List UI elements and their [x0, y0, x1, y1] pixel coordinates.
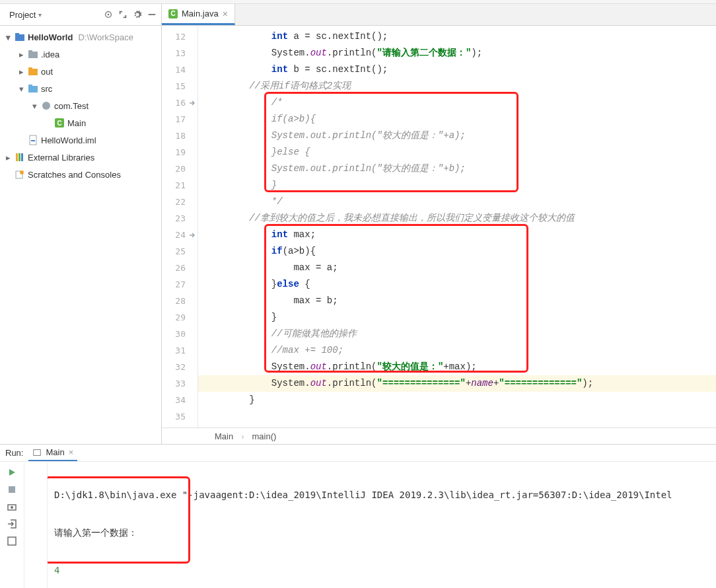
- svg-rect-10: [28, 67, 32, 69]
- svg-rect-17: [18, 153, 20, 161]
- svg-rect-12: [28, 85, 32, 87]
- tree-iml-label: HelloWorld.iml: [41, 135, 96, 145]
- svg-rect-8: [28, 50, 32, 52]
- editor-area: C Main.java × 12131415161718192021222324…: [162, 4, 716, 444]
- tree-main-class[interactable]: C Main: [0, 114, 161, 131]
- project-toolbar: Project ▾: [0, 4, 161, 26]
- layout-icon[interactable]: [7, 536, 17, 546]
- tree-root-label: HelloWorld: [28, 32, 73, 42]
- tree-out[interactable]: ▸ out: [0, 63, 161, 80]
- svg-rect-11: [28, 86, 38, 92]
- chevron-down-icon: ▾: [30, 101, 38, 111]
- class-icon: C: [54, 118, 65, 128]
- run-tab-main[interactable]: Main ×: [28, 445, 77, 461]
- tree-out-label: out: [41, 67, 53, 77]
- chevron-right-icon: ▸: [4, 153, 12, 163]
- module-icon: [15, 32, 25, 42]
- svg-rect-16: [16, 153, 18, 161]
- run-tool-window: Run: Main × D:\jdk1.8\bin\java.exe "-jav…: [0, 444, 716, 588]
- tree-src[interactable]: ▾ src: [0, 80, 161, 97]
- console-output[interactable]: D:\jdk1.8\bin\java.exe "-javaagent:D:\id…: [48, 462, 716, 588]
- svg-rect-25: [8, 537, 16, 545]
- chevron-down-icon: ▾: [38, 11, 42, 18]
- project-dropdown[interactable]: Project ▾: [3, 9, 46, 21]
- code-content[interactable]: int a = sc.nextInt(); System.out.println…: [198, 26, 716, 427]
- tree-scratches[interactable]: Scratches and Consoles: [0, 166, 161, 183]
- stop-icon[interactable]: [7, 484, 17, 495]
- editor-tabs: C Main.java ×: [162, 4, 716, 26]
- gutter: 1213141516171819202122232425262728293031…: [162, 26, 198, 427]
- tree-idea[interactable]: ▸ .idea: [0, 46, 161, 63]
- close-icon[interactable]: ×: [223, 9, 228, 19]
- tree-external-libs[interactable]: ▸ External Libraries: [0, 149, 161, 166]
- crumb-method[interactable]: main(): [252, 431, 277, 441]
- libraries-icon: [15, 152, 25, 163]
- console-input: 4: [54, 562, 709, 579]
- expand-icon[interactable]: [116, 8, 129, 21]
- tree-main-label: Main: [67, 118, 86, 128]
- svg-rect-15: [31, 140, 35, 141]
- exit-icon[interactable]: [7, 519, 17, 529]
- run-config-icon: [32, 448, 42, 457]
- svg-point-20: [20, 170, 24, 174]
- svg-rect-6: [15, 33, 19, 35]
- tree-idea-label: .idea: [41, 50, 59, 59]
- tree-extlibs-label: External Libraries: [28, 153, 94, 163]
- run-actions-left: [0, 462, 24, 588]
- tree-package-label: com.Test: [54, 101, 89, 111]
- code-editor[interactable]: 1213141516171819202122232425262728293031…: [162, 26, 716, 427]
- folder-icon: [28, 49, 38, 59]
- rerun-icon[interactable]: [7, 467, 17, 478]
- class-icon: C: [168, 9, 178, 18]
- close-icon[interactable]: ×: [69, 447, 74, 457]
- svg-rect-9: [28, 69, 38, 75]
- svg-rect-18: [21, 153, 23, 161]
- svg-rect-7: [28, 52, 38, 58]
- camera-icon[interactable]: [7, 501, 17, 512]
- gear-icon[interactable]: [131, 8, 144, 21]
- run-header: Run: Main ×: [0, 445, 716, 462]
- tree-iml[interactable]: HelloWorld.iml: [0, 131, 161, 149]
- scratches-icon: [15, 169, 25, 180]
- tree-scratches-label: Scratches and Consoles: [28, 170, 121, 180]
- chevron-right-icon: ▸: [17, 67, 25, 77]
- svg-rect-5: [15, 34, 24, 41]
- tree-root-path: D:\WorkSpace: [78, 32, 133, 42]
- project-tree[interactable]: ▾ HelloWorld D:\WorkSpace ▸ .idea ▸ out …: [0, 26, 161, 444]
- svg-rect-4: [149, 14, 156, 15]
- tab-main-java[interactable]: C Main.java ×: [162, 4, 235, 25]
- tab-label: Main.java: [182, 9, 219, 18]
- tree-package[interactable]: ▾ com.Test: [0, 97, 161, 114]
- svg-point-3: [108, 14, 110, 16]
- tree-root[interactable]: ▾ HelloWorld D:\WorkSpace: [0, 28, 161, 46]
- tree-src-label: src: [41, 84, 52, 94]
- crumb-main[interactable]: Main: [215, 431, 233, 441]
- svg-rect-22: [9, 486, 15, 493]
- editor-breadcrumb: Main › main(): [162, 427, 716, 444]
- console-cmd: D:\jdk1.8\bin\java.exe "-javaagent:D:\id…: [54, 487, 709, 503]
- svg-rect-21: [34, 449, 41, 455]
- svg-point-24: [11, 506, 13, 509]
- console-line: 请输入第一个数据：: [54, 525, 709, 541]
- run-label: Run:: [5, 448, 23, 458]
- project-dropdown-label: Project: [9, 10, 36, 20]
- svg-point-13: [42, 102, 50, 110]
- target-icon[interactable]: [102, 8, 115, 21]
- folder-icon: [28, 66, 38, 77]
- package-icon: [41, 100, 52, 111]
- minimize-icon[interactable]: [145, 8, 159, 21]
- chevron-right-icon: ›: [241, 431, 244, 441]
- chevron-right-icon: ▸: [17, 50, 25, 59]
- src-folder-icon: [28, 83, 38, 94]
- chevron-down-icon: ▾: [4, 32, 12, 42]
- run-actions-mid: [24, 462, 48, 588]
- chevron-down-icon: ▾: [17, 84, 25, 94]
- iml-icon: [28, 135, 38, 145]
- project-tool-window: Project ▾ ▾ HelloWorld D:\WorkSpace ▸ .i…: [0, 4, 162, 444]
- run-tab-label: Main: [46, 447, 64, 457]
